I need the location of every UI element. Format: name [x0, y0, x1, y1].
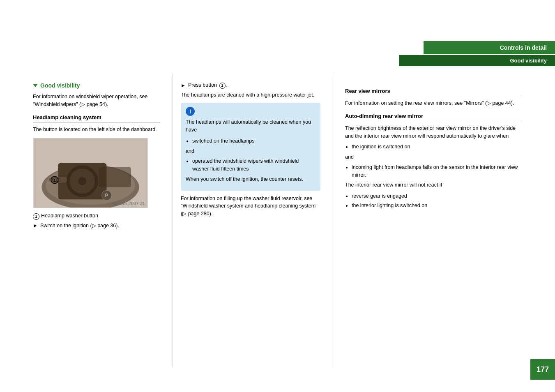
callout-label: Headlamp washer button — [41, 213, 98, 219]
press-button-item: ► Press button 1. — [181, 82, 320, 89]
tab-controls-in-detail: Controls in detail — [424, 41, 555, 54]
and-text-2: and — [345, 153, 522, 161]
header-tabs: Controls in detail Good visibility — [391, 41, 555, 66]
svg-rect-15 — [99, 167, 131, 187]
divider-line-1 — [173, 74, 173, 367]
bullet-incoming-light: incoming light from headlamps falls on t… — [352, 164, 522, 179]
callout-item: 1 Headlamp washer button — [33, 213, 160, 220]
page-number-text: 177 — [537, 365, 549, 374]
bullet-switched-headlamps: switched on the headlamps — [192, 137, 315, 145]
washer-fluid-text: For information on filling up the washer… — [181, 195, 320, 218]
triangle-icon — [33, 84, 38, 87]
left-column: Good visibility For information on winds… — [0, 0, 173, 392]
high-pressure-text: The headlamps are cleaned with a high-pr… — [181, 91, 320, 99]
callout-number: 1 — [35, 214, 37, 219]
page-container: Controls in detail Good visibility Good … — [0, 0, 555, 392]
tab-good-visibility: Good visibility — [399, 55, 555, 66]
svg-point-5 — [78, 177, 86, 185]
bullet-interior-lighting: the interior lighting is switched on — [352, 202, 522, 210]
auto-dim-bullet-list: the ignition is switched on — [352, 143, 522, 151]
image-caption: P82.15-2087-31 — [113, 201, 145, 206]
callout-circle: 1 — [33, 213, 39, 220]
arrow-icon-2: ► — [181, 83, 186, 88]
headlamp-cleaning-title: Headlamp cleaning system — [33, 114, 160, 122]
section-title: Good visibility — [33, 82, 160, 89]
tab1-label: Controls in detail — [500, 44, 547, 51]
not-react-text: The interior rear view mirror will not r… — [345, 181, 522, 189]
bullet-operated-wipers: operated the windshield wipers with wind… — [192, 157, 315, 173]
intro-text: For information on windshield wiper oper… — [33, 93, 160, 108]
dashboard-image: 1 P P82.15-2087-31 — [33, 138, 148, 208]
auto-dimming-title: Auto-dimming rear view mirror — [345, 113, 522, 121]
svg-text:1: 1 — [53, 178, 56, 182]
divider-line-2 — [333, 74, 333, 367]
ignition-arrow-item: ► Switch on the ignition (▷ page 36). — [33, 222, 160, 228]
dashboard-svg: 1 P — [33, 138, 147, 208]
rear-view-text: For information on setting the rear view… — [345, 99, 522, 107]
counter-resets-text: When you switch off the ignition, the co… — [186, 175, 315, 183]
bullet-ignition-switched-on: the ignition is switched on — [352, 143, 522, 151]
info-bullet-list: switched on the headlamps — [192, 137, 315, 145]
arrow-icon: ► — [33, 223, 38, 228]
not-react-bullet-list: reverse gear is engaged the interior lig… — [352, 192, 522, 210]
auto-dim-bullet-list-2: incoming light from headlamps falls on t… — [352, 164, 522, 179]
auto-dim-text: The reflection brightness of the exterio… — [345, 125, 522, 140]
middle-column: ► Press button 1. The headlamps are clea… — [173, 0, 333, 392]
press-button-text: Press button 1. — [188, 82, 228, 89]
and-text-1: and — [186, 148, 315, 155]
info-box: i The headlamps will automatically be cl… — [181, 103, 320, 190]
info-intro: The headlamps will automatically be clea… — [186, 118, 315, 134]
page-number: 177 — [530, 359, 555, 380]
svg-point-10 — [57, 179, 60, 182]
body-text: The button is located on the left side o… — [33, 126, 160, 134]
info-bullet-list-2: operated the windshield wipers with wind… — [192, 157, 315, 173]
bullet-reverse-gear: reverse gear is engaged — [352, 192, 522, 200]
callout-1-inline: 1 — [219, 83, 226, 89]
info-icon: i — [186, 107, 195, 116]
ignition-text: Switch on the ignition (▷ page 36). — [40, 222, 119, 228]
tab2-label: Good visibility — [510, 58, 547, 64]
rear-view-mirrors-title: Rear view mirrors — [345, 88, 522, 96]
section-title-text: Good visibility — [40, 82, 80, 89]
svg-text:P: P — [105, 193, 108, 199]
